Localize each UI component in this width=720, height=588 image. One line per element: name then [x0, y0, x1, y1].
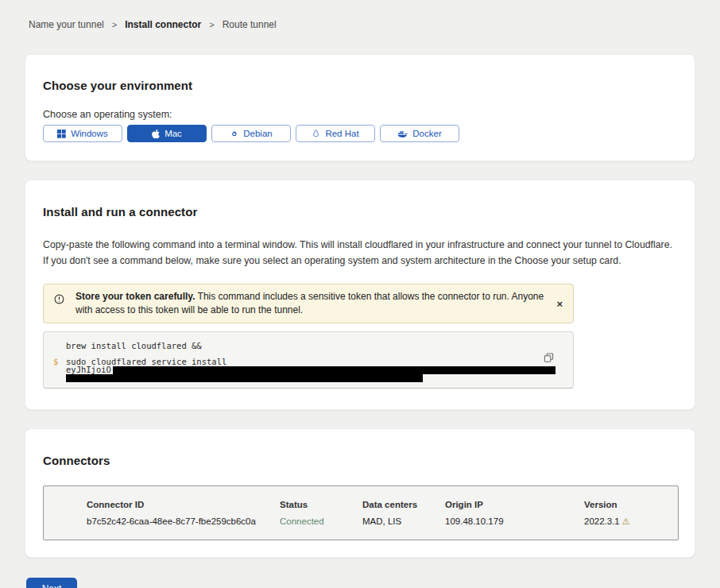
- shell-prompt: $: [53, 358, 58, 366]
- alert-circle-icon: [54, 293, 64, 308]
- os-button-label: Red Hat: [325, 129, 358, 138]
- code-line-brew: brew install cloudflared &&: [66, 342, 541, 350]
- breadcrumb: Name your tunnel > Install connector > R…: [29, 19, 695, 30]
- os-button-label: Windows: [71, 129, 108, 138]
- cell-version: 2022.3.1⚠: [584, 516, 678, 527]
- header-status: Status: [280, 500, 362, 509]
- os-button-redhat[interactable]: Red Hat: [296, 125, 375, 142]
- cell-status: Connected: [280, 516, 362, 527]
- os-button-label: Docker: [412, 129, 441, 138]
- table-row: b7c52c42-6caa-48ee-8c77-fbe259cb6c0a Con…: [87, 516, 678, 527]
- code-line-token: eyJhIjoiO: [66, 366, 541, 373]
- breadcrumb-step-install-connector[interactable]: Install connector: [125, 19, 201, 30]
- next-button[interactable]: Next: [26, 578, 77, 588]
- apple-icon: [152, 129, 160, 139]
- warning-triangle-icon: ⚠: [622, 516, 630, 527]
- cell-origin-ip: 109.48.10.179: [445, 516, 584, 527]
- chevron-separator: >: [209, 20, 214, 29]
- token-warning-text: Store your token carefully. This command…: [75, 290, 546, 317]
- table-header-row: Connector ID Status Data centers Origin …: [87, 500, 678, 509]
- token-warning-banner: Store your token carefully. This command…: [43, 284, 574, 323]
- windows-icon: [57, 130, 66, 138]
- os-button-docker[interactable]: Docker: [380, 125, 459, 142]
- cell-data-centers: MAD, LIS: [362, 516, 445, 527]
- header-version: Version: [584, 500, 678, 509]
- code-line-sudo: $sudo cloudflared service install: [66, 358, 541, 366]
- code-line-token-2: [66, 373, 541, 381]
- os-select-label: Choose an operating system:: [43, 109, 677, 120]
- os-button-debian[interactable]: Debian: [211, 125, 291, 142]
- choose-environment-card: Choose your environment Choose an operat…: [25, 54, 695, 161]
- install-connector-card: Install and run a connector Copy-paste t…: [25, 180, 695, 410]
- docker-whale-icon: [397, 130, 408, 138]
- header-connector-id: Connector ID: [87, 500, 280, 509]
- os-button-label: Debian: [243, 129, 272, 138]
- breadcrumb-step-route-tunnel[interactable]: Route tunnel: [223, 19, 277, 30]
- redaction-bar: [66, 374, 423, 382]
- install-command-codeblock: brew install cloudflared && $sudo cloudf…: [43, 331, 574, 389]
- header-data-centers: Data centers: [362, 500, 445, 509]
- connectors-card: Connectors Connector ID Status Data cent…: [25, 428, 695, 558]
- connector-description: Copy-paste the following command into a …: [43, 237, 677, 269]
- chevron-separator: >: [112, 20, 117, 29]
- os-button-mac[interactable]: Mac: [127, 125, 207, 142]
- connectors-card-title: Connectors: [43, 454, 677, 467]
- os-button-windows[interactable]: Windows: [43, 125, 122, 142]
- copy-icon[interactable]: [544, 353, 554, 363]
- os-button-label: Mac: [165, 129, 182, 138]
- debian-swirl-icon: [230, 130, 238, 138]
- token-warning-bold: Store your token carefully.: [75, 291, 195, 302]
- page: Name your tunnel > Install connector > R…: [0, 0, 720, 588]
- environment-card-title: Choose your environment: [43, 79, 677, 92]
- connector-card-title: Install and run a connector: [43, 205, 677, 219]
- connectors-table: Connector ID Status Data centers Origin …: [43, 485, 679, 540]
- cell-connector-id: b7c52c42-6caa-48ee-8c77-fbe259cb6c0a: [87, 516, 280, 527]
- os-button-group: Windows Mac Debian Red Hat: [43, 125, 677, 142]
- close-icon[interactable]: ×: [556, 299, 563, 309]
- header-origin-ip: Origin IP: [445, 500, 584, 509]
- redhat-penguin-icon: [312, 129, 320, 138]
- breadcrumb-step-name-your-tunnel[interactable]: Name your tunnel: [29, 19, 104, 30]
